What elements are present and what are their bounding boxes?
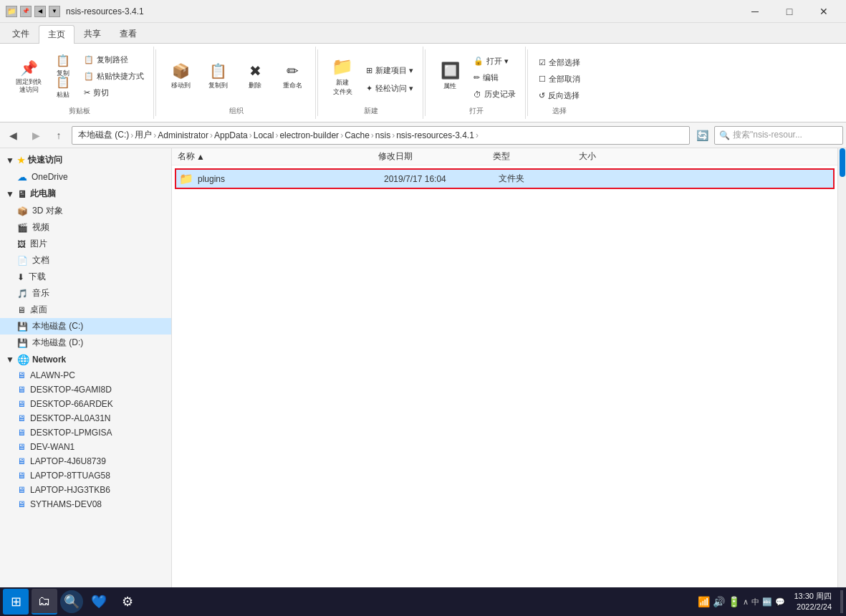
refresh-button[interactable]: 🔄 [693, 126, 711, 145]
title-bar: 📁 📌 ◀ ▼ nsis-resources-3.4.1 ─ □ ✕ [0, 0, 846, 23]
tab-share[interactable]: 共享 [74, 24, 110, 43]
sidebar-item-drive-c[interactable]: 💾 本地磁盘 (C:) [0, 318, 171, 335]
pin-icon[interactable]: 📌 [20, 6, 32, 17]
rename-icon: ✏ [287, 62, 299, 80]
sidebar-item-laptop-hjg3tkb6[interactable]: 🖥 LAPTOP-HJG3TKB6 [0, 483, 171, 497]
properties-icon: 🔲 [441, 62, 460, 80]
close-button[interactable]: ✕ [807, 0, 840, 23]
sidebar-item-sythams-dev08[interactable]: 🖥 SYTHAMS-DEV08 [0, 497, 171, 511]
pictures-icon: 🖼 [17, 239, 26, 249]
search-placeholder: 搜索"nsis-resour... [733, 129, 802, 141]
sidebar-item-desktop-4gami8d[interactable]: 🖥 DESKTOP-4GAMI8D [0, 382, 171, 397]
col-header-date[interactable]: 修改日期 [378, 150, 493, 163]
search-icon: 🔍 [719, 130, 730, 140]
scrollbar-thumb[interactable] [840, 148, 845, 177]
sidebar-item-documents[interactable]: 📄 文档 [0, 252, 171, 269]
back-icon[interactable]: ◀ [34, 6, 46, 17]
computer-icon9: 🖥 [17, 485, 26, 495]
taskbar-explorer-button[interactable]: 🗂 [32, 589, 57, 615]
forward-button[interactable]: ▶ [26, 125, 46, 145]
3d-icon: 📦 [17, 206, 28, 216]
address-bar: ◀ ▶ ↑ 本地磁盘 (C:) › 用户 › Administrator › A… [0, 122, 846, 148]
organize-label: 组织 [229, 103, 244, 116]
sidebar-item-alawn-pc[interactable]: 🖥 ALAWN-PC [0, 368, 171, 382]
pin-quickaccess-button[interactable]: 📌 固定到快速访问 [11, 56, 46, 97]
computer-icon4: 🖥 [17, 413, 26, 423]
copy-icon: 📋 [56, 54, 70, 67]
copy-button[interactable]: 📋 复制 [49, 56, 77, 76]
copy-to-button[interactable]: 📋 复制到 [201, 56, 235, 97]
music-icon: 🎵 [17, 289, 28, 299]
scrollbar[interactable] [837, 148, 846, 615]
sidebar-item-3d[interactable]: 📦 3D 对象 [0, 203, 171, 219]
new-folder-button[interactable]: 📁 新建文件夹 [325, 56, 360, 97]
path-nsis-resources: nsis-resources-3.4.1 [396, 130, 474, 140]
invert-selection-button[interactable]: ↺反向选择 [535, 88, 584, 103]
up-button[interactable]: ↑ [49, 125, 69, 145]
chevron-down-icon: ▼ [6, 155, 14, 165]
delete-button[interactable]: ✖ 删除 [238, 56, 272, 97]
taskbar-settings-button[interactable]: ⚙ [115, 589, 140, 615]
sidebar-item-onedrive[interactable]: ☁ OneDrive [0, 169, 171, 185]
taskbar-search-button[interactable]: 🔍 [60, 590, 83, 613]
properties-button[interactable]: 🔲 属性 [433, 56, 467, 97]
sidebar-item-desktop-66ardek[interactable]: 🖥 DESKTOP-66ARDEK [0, 397, 171, 411]
start-button[interactable]: ⊞ [3, 589, 29, 615]
sidebar-quickaccess-header[interactable]: ▼ ★ 快速访问 [0, 151, 171, 169]
easy-access-button[interactable]: ✦轻松访问 ▾ [362, 81, 417, 96]
select-all-button[interactable]: ☑全部选择 [535, 55, 584, 70]
rename-button[interactable]: ✏ 重命名 [275, 56, 309, 97]
paste-shortcut-button[interactable]: 📋粘贴快捷方式 [80, 69, 148, 84]
sidebar-item-laptop-8ttuag58[interactable]: 🖥 LAPTOP-8TTUAG58 [0, 468, 171, 483]
open-buttons: 🔲 属性 🔓打开 ▾ ✏编辑 ⏱历史记录 [433, 49, 519, 103]
new-item-button[interactable]: ⊞新建项目 ▾ [362, 63, 417, 78]
col-header-type[interactable]: 类型 [493, 150, 579, 163]
drive-d-label: 本地磁盘 (D:) [32, 337, 83, 349]
cut-button[interactable]: ✂剪切 [80, 85, 148, 100]
col-header-size[interactable]: 大小 [579, 150, 650, 163]
sidebar-item-desktop-al0a31n[interactable]: 🖥 DESKTOP-AL0A31N [0, 411, 171, 425]
tab-file[interactable]: 文件 [3, 24, 39, 43]
minimize-button[interactable]: ─ [739, 0, 772, 23]
back-button[interactable]: ◀ [3, 125, 23, 145]
sidebar-item-pictures[interactable]: 🖼 图片 [0, 236, 171, 252]
content-area: 名称 ▲ 修改日期 类型 大小 📁 plugins 2019/7/17 16:0… [172, 148, 837, 615]
sidebar-item-video[interactable]: 🎬 视频 [0, 219, 171, 236]
sidebar-item-downloads[interactable]: ⬇ 下载 [0, 269, 171, 285]
computer-icon5: 🖥 [17, 428, 26, 438]
sidebar-thispc-header[interactable]: ▼ 🖥 此电脑 [0, 185, 171, 203]
edit-button[interactable]: ✏编辑 [470, 70, 519, 85]
search-box[interactable]: 🔍 搜索"nsis-resour... [714, 126, 843, 145]
tab-home[interactable]: 主页 [39, 25, 74, 44]
tray-icons-overflow[interactable]: ∧ [743, 597, 749, 607]
show-desktop-button[interactable] [840, 590, 843, 613]
computer-icon: 🖥 [17, 370, 26, 380]
computer-icon3: 🖥 [17, 399, 26, 409]
tray-icon-network: 📶 [698, 596, 710, 607]
sidebar-item-drive-d[interactable]: 💾 本地磁盘 (D:) [0, 335, 171, 351]
sidebar-item-dev-wan1[interactable]: 🖥 DEV-WAN1 [0, 440, 171, 454]
file-item-plugins[interactable]: 📁 plugins 2019/7/17 16:04 文件夹 [175, 168, 835, 189]
open-label: 打开 [469, 103, 484, 116]
desktop-icon: 🖥 [17, 305, 26, 315]
taskbar-clock[interactable]: 13:30 周四 2022/2/24 [788, 591, 837, 613]
sidebar-item-desktop[interactable]: 🖥 桌面 [0, 302, 171, 318]
select-none-button[interactable]: ☐全部取消 [535, 72, 584, 87]
sidebar-network-header[interactable]: ▼ 🌐 Network [0, 351, 171, 368]
tab-view[interactable]: 查看 [110, 24, 146, 43]
open-button[interactable]: 🔓打开 ▾ [470, 54, 519, 69]
move-to-button[interactable]: 📦 移动到 [163, 56, 198, 97]
sidebar-item-laptop-4j6u8739[interactable]: 🖥 LAPTOP-4J6U8739 [0, 454, 171, 468]
col-header-name[interactable]: 名称 ▲ [178, 150, 378, 163]
taskbar-tray: 📶 🔊 🔋 ∧ 中 🔤 💬 13:30 周四 2022/2/24 [698, 590, 843, 613]
maximize-button[interactable]: □ [773, 0, 806, 23]
sidebar-item-music[interactable]: 🎵 音乐 [0, 285, 171, 302]
address-path[interactable]: 本地磁盘 (C:) › 用户 › Administrator › AppData… [72, 126, 690, 145]
history-button[interactable]: ⏱历史记录 [470, 87, 519, 102]
copy-path-button[interactable]: 📋复制路径 [80, 52, 148, 67]
forward-icon[interactable]: ▼ [49, 6, 60, 17]
taskbar-vscode-button[interactable]: 💙 [86, 589, 112, 615]
sidebar-item-desktop-lpmgisa[interactable]: 🖥 DESKTOP-LPMGISA [0, 425, 171, 440]
title-bar-icons: 📁 📌 ◀ ▼ [6, 6, 60, 17]
paste-button[interactable]: 📋 粘贴 [49, 77, 77, 97]
